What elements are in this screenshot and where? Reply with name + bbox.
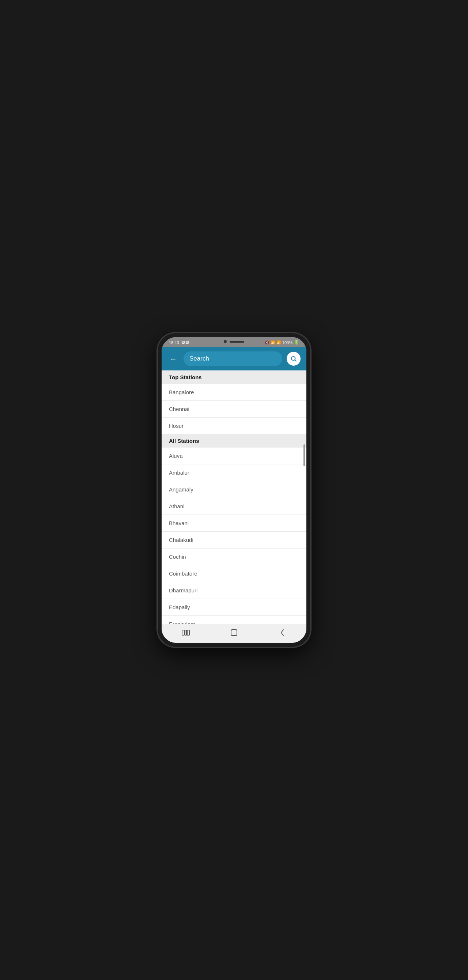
phone-screen: 18:43 🖼 🖼 🔇 📶 📶 100% 🔋 ← Search xyxy=(162,337,306,643)
svg-rect-5 xyxy=(231,630,237,636)
battery-icon: 🔋 xyxy=(294,340,299,345)
mute-icon: 🔇 xyxy=(265,340,269,344)
list-item[interactable]: Angamaly xyxy=(162,481,306,498)
list-item[interactable]: Coimbatore xyxy=(162,565,306,582)
search-placeholder-text: Search xyxy=(189,355,276,363)
top-stations-list: BangaloreChennaiHosur xyxy=(162,384,306,434)
camera-notch xyxy=(224,340,244,343)
speaker-bar xyxy=(229,341,244,343)
back-nav-button[interactable] xyxy=(276,627,289,638)
back-button[interactable]: ← xyxy=(167,353,179,364)
signal-icon: 📶 xyxy=(276,340,281,344)
list-item[interactable]: Dharmapuri xyxy=(162,582,306,599)
list-item[interactable]: Bangalore xyxy=(162,384,306,401)
search-bar[interactable]: Search xyxy=(183,352,282,366)
svg-rect-3 xyxy=(185,630,186,635)
status-icons-left: 🖼 🖼 xyxy=(181,341,189,344)
list-item[interactable]: Chennai xyxy=(162,401,306,418)
all-stations-list: AluvaAmbalurAngamalyAthaniBhavaniChalaku… xyxy=(162,448,306,624)
svg-rect-2 xyxy=(182,630,184,635)
list-item[interactable]: Chalakudi xyxy=(162,532,306,549)
search-icon xyxy=(290,355,297,362)
home-icon xyxy=(230,629,238,636)
list-item[interactable]: Hosur xyxy=(162,418,306,434)
status-bar-left: 18:43 🖼 🖼 xyxy=(169,340,189,345)
status-bar: 18:43 🖼 🖼 🔇 📶 📶 100% 🔋 xyxy=(162,337,306,347)
navigation-bar xyxy=(162,624,306,643)
all-stations-header: All Stations xyxy=(162,434,306,448)
app-header: ← Search xyxy=(162,347,306,371)
top-stations-header: Top Stations xyxy=(162,371,306,384)
camera-icon xyxy=(224,340,227,343)
list-item[interactable]: Athani xyxy=(162,498,306,515)
back-arrow-icon: ← xyxy=(170,355,177,363)
recent-apps-icon xyxy=(182,630,190,636)
search-submit-button[interactable] xyxy=(287,352,301,366)
recent-apps-button[interactable] xyxy=(179,627,192,638)
home-button[interactable] xyxy=(228,627,240,638)
phone-frame: 18:43 🖼 🖼 🔇 📶 📶 100% 🔋 ← Search xyxy=(157,333,311,647)
list-item[interactable]: Ambalur xyxy=(162,465,306,481)
svg-rect-4 xyxy=(187,630,189,635)
list-item[interactable]: Bhavani xyxy=(162,515,306,532)
list-item[interactable]: Edapally xyxy=(162,599,306,616)
wifi-icon: 📶 xyxy=(271,340,275,344)
back-nav-icon xyxy=(280,629,285,636)
list-item[interactable]: Cochin xyxy=(162,549,306,565)
svg-line-1 xyxy=(295,360,296,361)
battery-percentage: 100% xyxy=(282,340,293,345)
time-display: 18:43 xyxy=(169,340,179,345)
stations-list: Top Stations BangaloreChennaiHosur All S… xyxy=(162,371,306,624)
list-item[interactable]: Aluva xyxy=(162,448,306,465)
list-item[interactable]: Ernakulam xyxy=(162,616,306,624)
status-bar-right: 🔇 📶 📶 100% 🔋 xyxy=(265,340,299,345)
scroll-indicator xyxy=(304,444,305,466)
